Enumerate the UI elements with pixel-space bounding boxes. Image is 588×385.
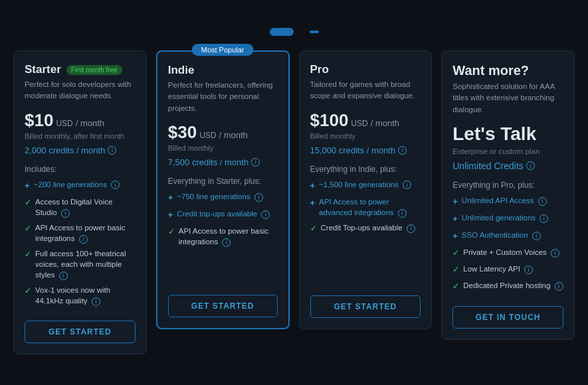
feature-text: Low Latency API i	[463, 264, 533, 274]
check-icon: ✓	[452, 264, 459, 275]
feature-text: API Access to power basic integrations i	[35, 222, 136, 244]
check-icon: ✓	[25, 197, 31, 208]
feature-text: ~1,500 line generations i	[319, 179, 411, 190]
enterprise-sub: Enterprise or custom plan	[452, 147, 563, 155]
plan-price: $100 USD / month	[310, 110, 421, 131]
price-amount: $30	[168, 122, 197, 143]
feature-info-icon[interactable]: i	[79, 235, 88, 244]
feature-info-icon[interactable]: i	[59, 271, 68, 280]
cta-button-starter[interactable]: GET STARTED	[25, 321, 136, 343]
feature-list: + ~200 line generations i ✓ Access to Di…	[25, 179, 136, 311]
feature-item: ✓ API Access to power basic integrations…	[168, 226, 278, 247]
feature-item: ✓ Dedicated Private hosting i	[452, 280, 563, 292]
plan-name: Indie	[168, 64, 278, 77]
includes-label: Includes:	[25, 165, 136, 174]
plus-icon: +	[452, 196, 458, 208]
check-icon: ✓	[452, 248, 459, 259]
plan-price: $30 USD / month	[168, 122, 278, 143]
plan-card-starter: Starter First month free Perfect for sol…	[13, 50, 147, 354]
cta-button-enterprise[interactable]: GET IN TOUCH	[452, 306, 563, 329]
cta-button-pro[interactable]: GET STARTED	[310, 295, 421, 318]
feature-item: ✓ Private + Custom Voices i	[452, 247, 563, 259]
cta-button-indie[interactable]: GET STARTED	[168, 295, 278, 317]
plan-name: Want more?	[452, 63, 563, 78]
plan-desc: Perfect for freelancers, offering essent…	[168, 80, 278, 114]
check-icon: ✓	[25, 249, 31, 260]
discount-badge	[310, 31, 319, 33]
price-period: / month	[371, 118, 399, 128]
feature-text: Unlimited API Access i	[462, 195, 547, 206]
credits-line: Unlimited Credits i	[452, 161, 563, 171]
feature-list: + ~1,500 line generations i + API Access…	[310, 179, 421, 287]
plan-card-pro: Pro Tailored for games with broad scope …	[299, 50, 433, 329]
feature-item: + ~200 line generations i	[25, 179, 136, 192]
credits-info-icon[interactable]: i	[251, 158, 260, 167]
billing-toggle	[13, 28, 575, 36]
feature-list: + Unlimited API Access i + Unlimited gen…	[452, 195, 563, 297]
credits-info-icon[interactable]: i	[398, 146, 407, 155]
check-icon: ✓	[25, 285, 31, 297]
price-period: / month	[219, 130, 247, 140]
feature-item: ✓ Vox-1 voices now with 44.1kHz quality …	[25, 285, 136, 306]
plan-price: $10 USD / month	[25, 110, 136, 131]
pay-monthly-button[interactable]	[270, 28, 294, 36]
check-icon: ✓	[25, 223, 31, 234]
credits-info-icon[interactable]: i	[526, 161, 535, 170]
feature-item: + Unlimited API Access i	[452, 195, 563, 208]
plan-desc: Sophisticated solution for AAA titles wi…	[452, 81, 563, 116]
feature-list: + ~750 line generations i + Credit top-u…	[168, 191, 278, 285]
price-period: / month	[76, 118, 104, 128]
feature-item: ✓ Full access 100+ theatrical voices, ea…	[25, 248, 136, 280]
plan-card-enterprise: Want more? Sophisticated solution for AA…	[441, 50, 575, 340]
feature-text: Access to Digital Voice Studio i	[35, 196, 136, 218]
plus-icon: +	[168, 192, 173, 204]
billed-info: Billed monthly, after first month	[25, 132, 136, 140]
feature-info-icon[interactable]: i	[261, 210, 270, 219]
billed-info: Billed monthly	[310, 132, 421, 140]
plan-cta: GET STARTED	[25, 311, 136, 343]
plan-cta: GET IN TOUCH	[452, 297, 563, 329]
feature-info-icon[interactable]: i	[538, 197, 547, 206]
billed-info: Billed monthly	[168, 144, 278, 152]
feature-info-icon[interactable]: i	[532, 232, 541, 240]
includes-label: Everything in Pro, plus:	[452, 181, 563, 190]
plans-grid: Starter First month free Perfect for sol…	[13, 50, 575, 354]
plus-icon: +	[452, 230, 458, 242]
first-month-badge: First month free	[66, 65, 122, 75]
plan-name: Starter First month free	[25, 63, 136, 76]
check-icon: ✓	[452, 281, 459, 292]
feature-item: ✓ API Access to power basic integrations…	[25, 222, 136, 244]
feature-item: + Credit top-ups available i	[168, 208, 278, 221]
feature-item: + ~750 line generations i	[168, 191, 278, 204]
feature-info-icon[interactable]: i	[111, 181, 120, 189]
feature-info-icon[interactable]: i	[92, 297, 100, 306]
feature-info-icon[interactable]: i	[539, 214, 548, 223]
price-currency: USD	[351, 119, 367, 128]
feature-info-icon[interactable]: i	[555, 282, 563, 291]
most-popular-badge: Most Popular	[192, 44, 254, 56]
plan-desc: Perfect for solo developers with moderat…	[25, 79, 136, 102]
plan-cta: GET STARTED	[168, 285, 278, 317]
feature-info-icon[interactable]: i	[403, 181, 411, 189]
plan-card-indie: Most Popular Indie Perfect for freelance…	[156, 50, 290, 329]
price-amount: $100	[310, 110, 349, 131]
check-icon: ✓	[168, 226, 175, 238]
feature-info-icon[interactable]: i	[61, 209, 70, 218]
feature-info-icon[interactable]: i	[407, 224, 415, 233]
feature-info-icon[interactable]: i	[222, 238, 231, 247]
feature-text: Dedicated Private hosting i	[463, 280, 563, 291]
feature-info-icon[interactable]: i	[254, 193, 263, 202]
feature-text: Credit Top-ups available i	[321, 222, 415, 233]
credits-line: 2,000 credits / month i	[25, 145, 136, 155]
feature-item: + SSO Authentication i	[452, 230, 563, 242]
feature-info-icon[interactable]: i	[551, 249, 559, 258]
plan-cta: GET STARTED	[310, 286, 421, 318]
feature-info-icon[interactable]: i	[398, 209, 407, 218]
feature-info-icon[interactable]: i	[524, 266, 533, 274]
feature-text: ~200 line generations i	[34, 179, 120, 190]
plus-icon: +	[310, 197, 316, 209]
price-amount: $10	[25, 110, 53, 131]
feature-text: Unlimited generations i	[462, 212, 548, 223]
feature-text: ~750 line generations i	[177, 191, 263, 202]
credits-info-icon[interactable]: i	[108, 146, 116, 155]
